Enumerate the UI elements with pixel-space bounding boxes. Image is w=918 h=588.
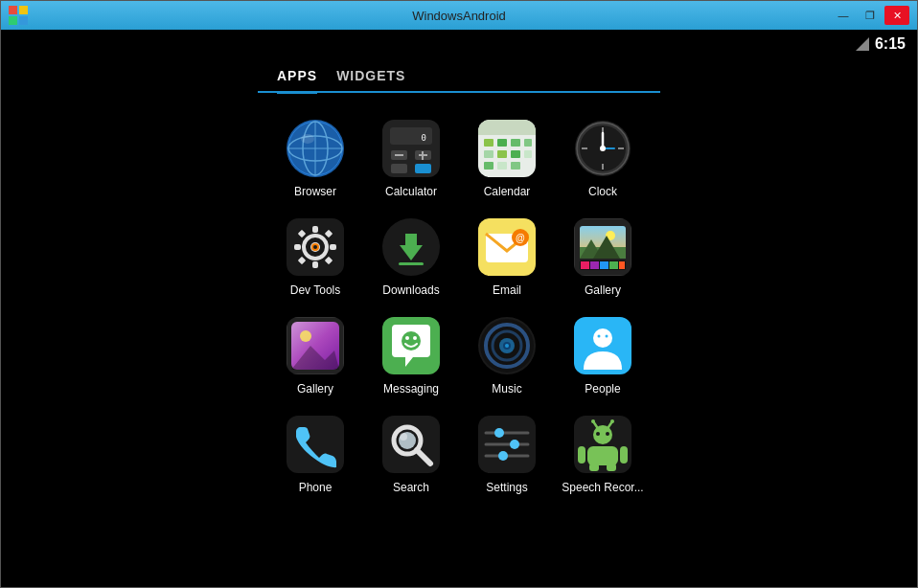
- app-label-calendar: Calendar: [484, 185, 531, 198]
- minimize-button[interactable]: —: [831, 6, 856, 25]
- svg-text:0: 0: [422, 133, 426, 143]
- app-label-browser: Browser: [294, 185, 336, 198]
- svg-rect-35: [511, 162, 520, 170]
- svg-rect-61: [399, 262, 424, 265]
- app-browser[interactable]: Browser: [270, 112, 361, 206]
- window-controls: — ❐ ✕: [831, 6, 909, 25]
- signal-icon: [856, 37, 869, 51]
- app-phone[interactable]: Phone: [270, 408, 361, 502]
- svg-point-45: [600, 146, 606, 151]
- app-label-downloads: Downloads: [382, 283, 439, 297]
- svg-point-11: [301, 134, 314, 144]
- app-icon-messaging: [382, 317, 440, 374]
- app-gallery2[interactable]: Gallery: [558, 211, 649, 305]
- app-gallery[interactable]: Gallery: [270, 309, 361, 403]
- svg-point-114: [591, 419, 595, 423]
- title-bar: WindowsAndroid — ❐ ✕: [1, 1, 917, 30]
- svg-rect-73: [581, 261, 589, 269]
- app-grid: Browser: [258, 102, 660, 511]
- app-messaging[interactable]: Messaging: [366, 309, 457, 403]
- svg-rect-31: [511, 150, 520, 158]
- restore-button[interactable]: ❐: [858, 6, 883, 25]
- svg-rect-26: [497, 139, 507, 147]
- android-screen: 6:15 APPS WIDGETS: [1, 30, 917, 587]
- svg-rect-19: [391, 164, 407, 173]
- svg-rect-74: [590, 261, 599, 269]
- svg-rect-51: [294, 244, 301, 250]
- svg-rect-28: [524, 139, 532, 147]
- svg-rect-120: [620, 446, 628, 464]
- app-music[interactable]: Music: [462, 309, 553, 403]
- svg-rect-0: [9, 6, 17, 14]
- app-search[interactable]: Search: [366, 408, 457, 502]
- window-title: WindowsAndroid: [412, 9, 506, 23]
- svg-rect-75: [600, 261, 608, 269]
- app-label-speechrecog: Speech Recor...: [562, 481, 643, 494]
- app-clock[interactable]: Clock: [558, 112, 649, 206]
- app-icon-people: [574, 317, 631, 374]
- svg-rect-3: [19, 16, 28, 25]
- tab-widgets[interactable]: WIDGETS: [336, 68, 405, 91]
- svg-rect-122: [607, 464, 616, 471]
- app-icon-phone: [287, 416, 344, 473]
- svg-point-96: [606, 335, 608, 338]
- svg-point-92: [505, 344, 509, 348]
- app-icon-browser: [287, 120, 344, 177]
- app-icon: [9, 6, 28, 25]
- title-bar-left: [9, 6, 28, 25]
- app-label-gallery2: Gallery: [585, 283, 621, 297]
- svg-rect-32: [524, 150, 532, 158]
- app-icon-settings: [478, 416, 536, 473]
- svg-point-105: [494, 428, 504, 438]
- svg-point-58: [313, 245, 317, 249]
- app-label-devtools: Dev Tools: [290, 283, 340, 297]
- app-label-people: People: [585, 382, 620, 396]
- svg-point-95: [598, 335, 601, 338]
- svg-point-115: [610, 419, 614, 423]
- app-icon-gallery: [287, 317, 344, 374]
- app-calendar[interactable]: Calendar: [462, 112, 553, 206]
- app-email[interactable]: @ Email: [462, 211, 553, 305]
- app-label-email: Email: [493, 283, 521, 297]
- app-people[interactable]: People: [558, 309, 649, 403]
- app-icon-email: @: [478, 218, 536, 276]
- svg-rect-25: [484, 139, 493, 147]
- app-label-settings: Settings: [486, 481, 527, 494]
- status-time: 6:15: [875, 35, 906, 53]
- app-downloads[interactable]: Downloads: [366, 211, 457, 305]
- close-button[interactable]: ✕: [884, 6, 909, 25]
- app-label-messaging: Messaging: [383, 382, 439, 396]
- app-speechrecog[interactable]: Speech Recor...: [558, 408, 649, 502]
- svg-rect-76: [609, 261, 618, 269]
- svg-rect-18: [422, 151, 424, 160]
- tab-apps[interactable]: APPS: [277, 68, 317, 94]
- svg-rect-15: [395, 154, 403, 156]
- svg-rect-33: [484, 162, 493, 170]
- svg-rect-29: [484, 150, 493, 158]
- app-devtools[interactable]: Dev Tools: [270, 211, 361, 305]
- app-settings[interactable]: Settings: [462, 408, 553, 502]
- app-icon-devtools: [287, 218, 344, 276]
- app-label-phone: Phone: [299, 481, 333, 494]
- app-icon-speechrecog: [574, 416, 631, 473]
- svg-point-94: [593, 328, 612, 348]
- svg-rect-52: [330, 244, 336, 250]
- app-calculator[interactable]: 0 Calculator: [366, 112, 457, 206]
- app-label-gallery: Gallery: [297, 382, 333, 396]
- status-bar: 6:15: [844, 30, 917, 58]
- svg-point-85: [413, 336, 417, 340]
- svg-rect-77: [619, 261, 625, 269]
- svg-rect-30: [497, 150, 507, 158]
- svg-rect-20: [415, 164, 431, 173]
- svg-point-107: [510, 440, 519, 449]
- app-label-clock: Clock: [588, 185, 617, 198]
- svg-point-109: [498, 451, 508, 461]
- app-icon-search: [382, 416, 440, 473]
- svg-point-84: [405, 336, 409, 340]
- svg-rect-24: [478, 129, 536, 135]
- app-drawer: APPS WIDGETS: [258, 58, 660, 511]
- main-window: WindowsAndroid — ❐ ✕ 6:15 APPS WIDGETS: [0, 0, 918, 588]
- svg-rect-50: [312, 261, 318, 268]
- app-icon-downloads: [382, 218, 440, 276]
- svg-rect-118: [587, 446, 618, 465]
